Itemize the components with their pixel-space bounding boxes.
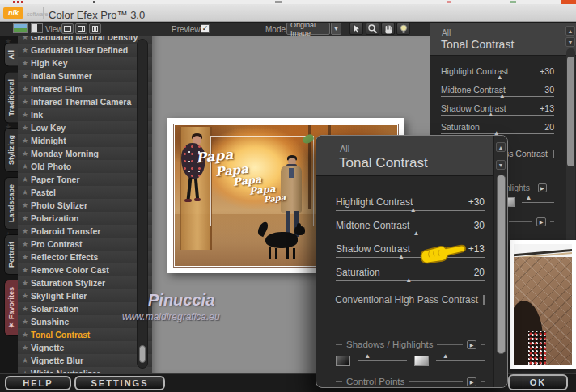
filter-favorite-star-icon[interactable]: ★ bbox=[22, 305, 31, 313]
filter-favorite-star-icon[interactable]: ★ bbox=[22, 331, 31, 339]
filter-list-item[interactable]: ★ Polaroid Transfer bbox=[18, 225, 152, 238]
zoom-tool-button[interactable] bbox=[366, 23, 379, 35]
view-sidebyside-button[interactable] bbox=[89, 23, 101, 34]
filter-list-item[interactable]: ★ Pro Contrast bbox=[18, 238, 152, 251]
filter-list-item[interactable]: ★ Tonal Contrast bbox=[18, 328, 152, 341]
filter-list-item[interactable]: ★ High Key bbox=[18, 57, 152, 70]
filter-list-item[interactable]: ★ Graduated User Defined bbox=[18, 44, 152, 57]
filter-favorite-star-icon[interactable]: ★ bbox=[22, 36, 31, 41]
filter-list-scroll-thumb[interactable] bbox=[139, 345, 146, 363]
filter-favorite-star-icon[interactable]: ★ bbox=[22, 266, 31, 274]
category-tab[interactable]: All bbox=[4, 43, 18, 67]
select-tool-button[interactable] bbox=[349, 23, 363, 35]
filter-list-item[interactable]: ★ Ink bbox=[18, 108, 152, 121]
filter-list-item[interactable]: ★ White Neutralizer bbox=[18, 367, 152, 373]
popup-scroll-thumb[interactable] bbox=[497, 175, 506, 354]
category-tab[interactable]: Traditional bbox=[4, 72, 18, 124]
filter-list-item[interactable]: ★ Low Key bbox=[18, 121, 152, 134]
filter-list-item[interactable]: ★ Graduated Neutral Density bbox=[18, 36, 152, 44]
slider-thumb-icon[interactable]: ▲ bbox=[488, 112, 494, 118]
slider-track[interactable]: ▲ bbox=[441, 115, 554, 116]
filter-favorite-star-icon[interactable]: ★ bbox=[22, 124, 31, 132]
slider-thumb-icon[interactable]: ▲ bbox=[398, 254, 404, 260]
mode-select[interactable]: Original Image bbox=[286, 23, 330, 35]
filter-list-item[interactable]: ★ Skylight Filter bbox=[18, 289, 152, 302]
filter-favorite-star-icon[interactable]: ★ bbox=[22, 137, 31, 145]
popup-scroll-up-icon[interactable]: ▲ bbox=[496, 142, 506, 152]
mini-slider-thumb-icon[interactable]: ▲ bbox=[525, 195, 532, 201]
filter-favorite-star-icon[interactable]: ★ bbox=[22, 188, 31, 196]
shadow-mini-track[interactable]: ▲ bbox=[358, 360, 407, 361]
panel-scroll-down-icon[interactable]: ▼ bbox=[565, 37, 575, 47]
slider-track[interactable]: ▲ bbox=[441, 78, 554, 78]
category-tab[interactable]: ★ Favorites bbox=[4, 280, 18, 336]
filter-favorite-star-icon[interactable]: ★ bbox=[22, 356, 31, 365]
filter-favorite-star-icon[interactable]: ★ bbox=[22, 98, 31, 106]
filter-favorite-star-icon[interactable]: ★ bbox=[22, 344, 31, 352]
filter-favorite-star-icon[interactable]: ★ bbox=[22, 214, 31, 222]
filter-list-item[interactable]: ★ Indian Summer bbox=[18, 70, 152, 82]
section-expand-arrow-icon[interactable]: ▶ bbox=[467, 377, 476, 386]
panel-scroll-thumb[interactable] bbox=[567, 57, 574, 166]
settings-button[interactable]: SETTINGS bbox=[74, 376, 165, 390]
split-view-icon[interactable] bbox=[31, 23, 43, 33]
panel-scroll-up-icon[interactable]: ▲ bbox=[565, 26, 575, 36]
filter-list-item[interactable]: ★ Vignette bbox=[18, 341, 152, 354]
slider-thumb-icon[interactable]: ▲ bbox=[410, 207, 417, 213]
slider-track[interactable]: ▲ bbox=[336, 280, 485, 281]
filter-favorite-star-icon[interactable]: ★ bbox=[22, 175, 31, 183]
view-split-button[interactable] bbox=[75, 23, 87, 34]
slider-thumb-icon[interactable]: ▲ bbox=[499, 93, 506, 99]
filter-list-item[interactable]: ★ Monday Morning bbox=[18, 147, 152, 160]
filter-favorite-star-icon[interactable]: ★ bbox=[22, 162, 31, 171]
category-tab[interactable]: Stylizing bbox=[4, 128, 18, 172]
ok-button[interactable]: OK bbox=[508, 374, 568, 390]
pan-tool-button[interactable] bbox=[381, 23, 395, 35]
filter-favorite-star-icon[interactable]: ★ bbox=[22, 111, 31, 119]
slider-thumb-icon[interactable]: ▲ bbox=[413, 230, 419, 237]
section-expand-arrow-icon[interactable]: ▶ bbox=[538, 183, 547, 192]
highlight-mini-track[interactable]: ▲ bbox=[522, 202, 555, 203]
section-expand-arrow-icon[interactable]: ▶ bbox=[467, 340, 476, 349]
filter-list-item[interactable]: ★ Pastel bbox=[18, 186, 152, 199]
category-tab[interactable]: Landscape bbox=[4, 177, 18, 230]
filter-list-item[interactable]: ★ Infrared Film bbox=[18, 82, 152, 95]
filter-list-item[interactable]: ★ Remove Color Cast bbox=[18, 263, 152, 276]
filter-list-item[interactable]: ★ Vignette Blur bbox=[18, 354, 152, 367]
slider-track[interactable]: ▲ bbox=[336, 210, 485, 211]
filter-list-item[interactable]: ★ Midnight bbox=[18, 134, 152, 147]
mode-dropdown-arrow-icon[interactable]: ▼ bbox=[331, 23, 341, 35]
filter-favorite-star-icon[interactable]: ★ bbox=[22, 85, 31, 93]
slider-track[interactable]: ▲ bbox=[441, 133, 554, 134]
filter-list-item[interactable]: ★ Reflector Effects bbox=[18, 251, 152, 263]
high-pass-contrast-checkbox[interactable] bbox=[553, 150, 554, 158]
mini-slider-thumb-icon[interactable]: ▲ bbox=[443, 353, 449, 360]
filter-favorite-star-icon[interactable]: ★ bbox=[22, 253, 31, 261]
filter-favorite-star-icon[interactable]: ★ bbox=[22, 227, 31, 235]
category-tab[interactable]: Portrait bbox=[4, 234, 18, 275]
filter-favorite-star-icon[interactable]: ★ bbox=[22, 72, 31, 80]
loupe-preview[interactable] bbox=[510, 240, 576, 369]
popup-scrollbar[interactable]: ▲ ▼ bbox=[493, 136, 507, 387]
help-button[interactable]: HELP bbox=[5, 376, 71, 390]
mini-slider-thumb-icon[interactable]: ▲ bbox=[364, 353, 371, 360]
preview-checkbox[interactable]: ✓ bbox=[201, 24, 210, 33]
high-pass-contrast-checkbox[interactable] bbox=[483, 295, 485, 305]
filter-list-item[interactable]: ★ Paper Toner bbox=[18, 173, 152, 186]
filter-list-item[interactable]: ★ Polarization bbox=[18, 212, 152, 225]
filter-favorite-star-icon[interactable]: ★ bbox=[22, 59, 31, 67]
view-single-button[interactable] bbox=[61, 23, 74, 34]
filter-list-item[interactable]: ★ Photo Stylizer bbox=[18, 199, 152, 212]
filter-favorite-star-icon[interactable]: ★ bbox=[22, 150, 31, 158]
filter-favorite-star-icon[interactable]: ★ bbox=[22, 279, 31, 287]
filter-favorite-star-icon[interactable]: ★ bbox=[22, 46, 31, 54]
filter-favorite-star-icon[interactable]: ★ bbox=[22, 240, 31, 248]
slider-track[interactable]: ▲ bbox=[441, 96, 554, 97]
filter-list-item[interactable]: ★ Saturation Stylizer bbox=[18, 276, 152, 289]
slider-thumb-icon[interactable]: ▲ bbox=[405, 277, 412, 284]
filter-favorite-star-icon[interactable]: ★ bbox=[22, 201, 31, 209]
filter-favorite-star-icon[interactable]: ★ bbox=[22, 318, 31, 326]
background-color-tool-button[interactable] bbox=[396, 23, 410, 35]
filter-list-item[interactable]: ★ Old Photo bbox=[18, 160, 152, 173]
filter-favorite-star-icon[interactable]: ★ bbox=[22, 292, 31, 300]
